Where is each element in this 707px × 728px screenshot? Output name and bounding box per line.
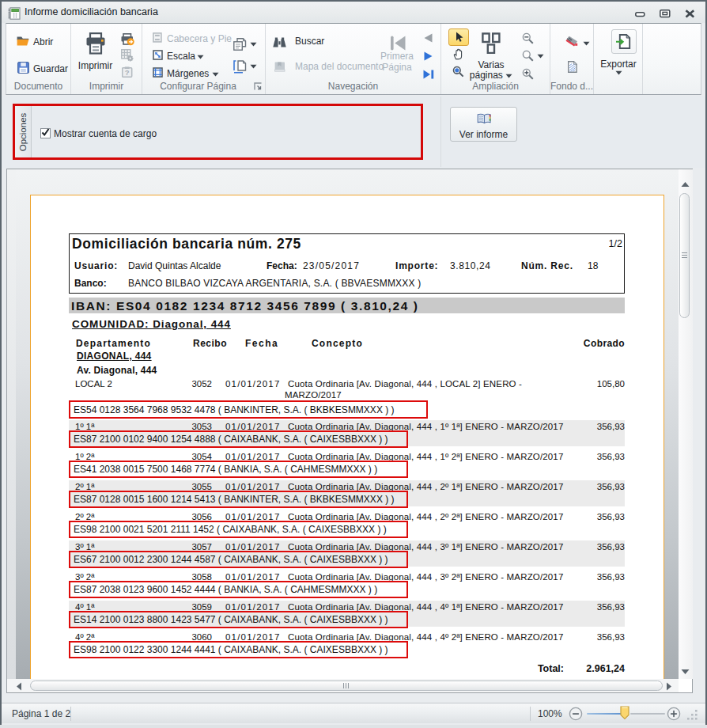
svg-text:?: ? xyxy=(125,68,130,77)
